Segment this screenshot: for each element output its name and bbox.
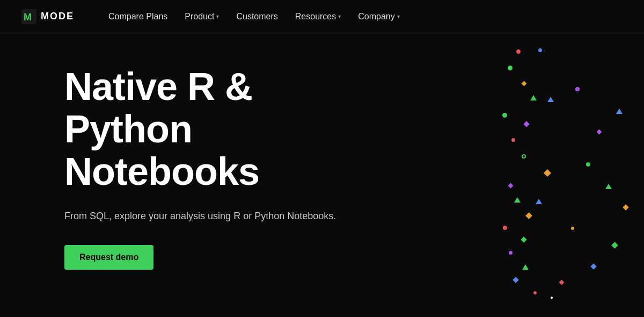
shape-diamond-orange-1 xyxy=(522,81,527,87)
shape-circle-green-outline xyxy=(522,154,526,158)
decorative-shapes xyxy=(494,33,644,317)
shape-dot-green-3 xyxy=(586,162,590,167)
nav-link-compare-plans[interactable]: Compare Plans xyxy=(100,8,176,26)
shape-triangle-blue-1 xyxy=(547,97,554,102)
shape-diamond-orange-2 xyxy=(544,169,551,177)
nav-item-resources: Resources ▾ xyxy=(287,8,349,26)
hero-content: Native R & Python Notebooks From SQL, ex… xyxy=(64,66,365,317)
hero-subtitle: From SQL, explore your analysis using R … xyxy=(64,208,365,224)
shape-diamond-green-1 xyxy=(521,236,526,242)
nav-item-product: Product ▾ xyxy=(176,8,228,26)
nav-link-product[interactable]: Product ▾ xyxy=(176,8,228,26)
hero-title: Native R & Python Notebooks xyxy=(64,66,365,193)
shape-dot-green-2 xyxy=(502,113,507,118)
main-nav: M MODE Compare Plans Product ▾ Customers… xyxy=(0,0,644,33)
shape-dot-red-4 xyxy=(533,291,537,294)
logo-link[interactable]: M MODE xyxy=(21,9,74,24)
shape-triangle-blue-2 xyxy=(536,199,542,204)
nav-link-customers[interactable]: Customers xyxy=(228,8,286,26)
chevron-down-icon: ▾ xyxy=(397,13,400,19)
shape-diamond-purple-3 xyxy=(597,129,602,135)
shape-diamond-purple-2 xyxy=(508,183,514,189)
shape-dot-red-1 xyxy=(516,49,521,54)
nav-link-resources[interactable]: Resources ▾ xyxy=(287,8,349,26)
shape-dot-green-1 xyxy=(508,66,513,70)
logo-text: MODE xyxy=(41,11,74,22)
shape-dot-purple-2 xyxy=(575,87,580,91)
hero-section: Native R & Python Notebooks From SQL, ex… xyxy=(0,33,644,317)
nav-link-company[interactable]: Company ▾ xyxy=(349,8,408,26)
shape-diamond-red-1 xyxy=(559,280,565,285)
shape-triangle-green-2 xyxy=(514,197,521,203)
shape-diamond-blue-2 xyxy=(590,263,596,269)
shape-diamond-blue-1 xyxy=(513,277,518,283)
shape-triangle-green-1 xyxy=(530,95,537,100)
chevron-down-icon: ▾ xyxy=(338,13,341,19)
nav-item-compare-plans: Compare Plans xyxy=(100,8,176,26)
logo-icon: M xyxy=(21,9,36,24)
shape-triangle-green-3 xyxy=(522,264,529,270)
nav-links: Compare Plans Product ▾ Customers Resour… xyxy=(100,8,408,26)
shape-triangle-green-4 xyxy=(605,184,612,189)
shape-dot-purple-1 xyxy=(509,251,513,255)
nav-item-customers: Customers xyxy=(228,8,286,26)
shape-diamond-green-2 xyxy=(611,242,618,249)
shape-diamond-purple-1 xyxy=(523,121,529,127)
shape-diamond-orange-4 xyxy=(623,204,628,210)
shape-dot-orange-1 xyxy=(571,227,574,230)
request-demo-button[interactable]: Request demo xyxy=(64,245,153,270)
nav-item-company: Company ▾ xyxy=(349,8,408,26)
svg-text:M: M xyxy=(24,12,32,23)
shape-diamond-orange-3 xyxy=(525,212,532,219)
shape-dot-red-2 xyxy=(511,138,515,142)
shape-triangle-blue-3 xyxy=(616,109,623,114)
shape-dot-blue-1 xyxy=(538,48,542,52)
shape-dot-white xyxy=(551,297,553,299)
chevron-down-icon: ▾ xyxy=(216,13,219,19)
shape-dot-red-3 xyxy=(503,226,507,230)
